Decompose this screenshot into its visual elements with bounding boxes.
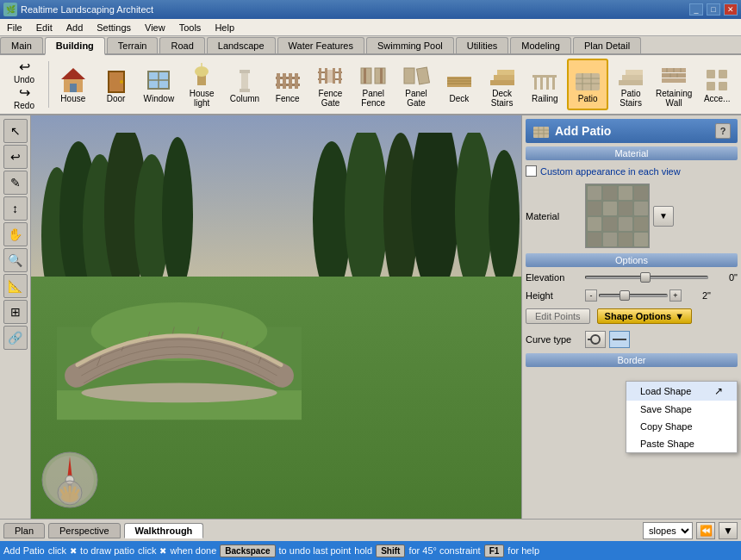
view-tab-walkthrough[interactable]: Walkthrough — [124, 523, 204, 538]
menu-edit[interactable]: Edit — [29, 21, 59, 34]
height-slider[interactable] — [599, 294, 668, 297]
app-icon: 🌿 — [3, 3, 17, 16]
ribbon-deck-stairs[interactable]: Deck Stairs — [482, 59, 523, 110]
shape-controls-row: Edit Points Shape Options ▼ — [526, 307, 738, 326]
resize-tool-button[interactable]: ↕ — [3, 196, 28, 221]
svg-rect-111 — [603, 186, 617, 200]
tab-utilities[interactable]: Utilities — [456, 37, 508, 53]
redo-button[interactable]: ↪ Redo — [3, 85, 45, 109]
door-icon — [103, 66, 130, 94]
tab-terrain[interactable]: Terrain — [107, 37, 159, 53]
retaining-wall-scene — [57, 226, 302, 467]
edit-tool-button[interactable]: ✎ — [3, 171, 28, 195]
menu-help[interactable]: Help — [208, 21, 241, 34]
pan-tool-button[interactable]: ✋ — [3, 222, 28, 246]
ribbon-patio[interactable]: Patio — [567, 59, 608, 110]
curve-type-button-1[interactable] — [585, 331, 606, 348]
minimize-button[interactable]: _ — [689, 3, 703, 16]
custom-appearance-checkbox[interactable] — [526, 165, 537, 177]
svg-rect-57 — [662, 73, 686, 78]
ribbon-retaining-wall[interactable]: Retaining Wall — [653, 59, 694, 110]
zoom-tool-button[interactable]: 🔍 — [3, 248, 28, 272]
material-section-header: Material — [526, 146, 738, 160]
menu-add[interactable]: Add — [59, 21, 90, 34]
menu-file[interactable]: File — [0, 21, 29, 34]
dropdown-item-copy-shape[interactable]: Copy Shape — [626, 418, 737, 435]
ribbon-window[interactable]: Window — [138, 59, 179, 110]
tab-road[interactable]: Road — [159, 37, 204, 53]
house-light-icon — [188, 61, 215, 89]
grid-tool-button[interactable]: ⊞ — [3, 300, 28, 324]
menu-settings[interactable]: Settings — [90, 21, 138, 34]
ribbon-house[interactable]: House — [53, 59, 94, 110]
svg-point-75 — [345, 133, 388, 296]
dropdown-item-load-shape[interactable]: Load Shape ↗ — [626, 382, 737, 401]
right-panel: Add Patio ? Material Custom appearance i… — [521, 115, 741, 519]
view-tab-perspective[interactable]: Perspective — [48, 523, 120, 538]
select-tool-button[interactable]: ↖ — [3, 119, 28, 143]
tab-landscape[interactable]: Landscape — [207, 37, 276, 53]
ribbon-fence-gate[interactable]: Fence Gate — [310, 59, 352, 110]
status-cursor-icon-2: ✖ — [159, 546, 166, 556]
svg-rect-124 — [619, 233, 632, 246]
svg-rect-25 — [319, 68, 321, 84]
shape-options-button[interactable]: Shape Options ▼ — [597, 308, 693, 324]
nav-button-1[interactable]: ⏪ — [696, 522, 715, 539]
help-button[interactable]: ? — [715, 123, 731, 139]
svg-rect-58 — [662, 78, 686, 83]
material-preview[interactable] — [585, 184, 650, 248]
ribbon-fence[interactable]: Fence — [267, 59, 308, 110]
left-toolbar: ↖ ↩ ✎ ↕ ✋ 🔍 📐 ⊞ 🔗 — [0, 115, 31, 519]
ribbon-panel-gate[interactable]: Panel Gate — [395, 59, 437, 110]
height-label: Height — [526, 290, 582, 301]
fence-gate-icon — [316, 61, 344, 89]
deck-stairs-icon — [489, 61, 516, 89]
ribbon-house-light[interactable]: House light — [181, 59, 222, 110]
slopes-dropdown[interactable]: slopes — [643, 522, 693, 539]
measure-tool-button[interactable]: 📐 — [3, 274, 28, 298]
ribbon-separator-1 — [48, 61, 49, 108]
ribbon-column[interactable]: Column — [224, 59, 265, 110]
ribbon-deck[interactable]: Deck — [439, 59, 480, 110]
snap-tool-button[interactable]: 🔗 — [3, 326, 28, 350]
elevation-slider[interactable] — [585, 276, 708, 279]
close-button[interactable]: ✕ — [724, 3, 738, 16]
height-decrease-button[interactable]: - — [585, 289, 597, 302]
material-dropdown-button[interactable]: ▼ — [653, 206, 674, 227]
backspace-key: Backspace — [220, 544, 275, 557]
view-tab-plan[interactable]: Plan — [3, 523, 45, 538]
curve-type-button-2[interactable] — [609, 331, 630, 348]
menu-view[interactable]: View — [138, 21, 172, 34]
tab-main[interactable]: Main — [0, 37, 43, 53]
edit-points-button[interactable]: Edit Points — [526, 308, 590, 324]
ribbon-panel-fence[interactable]: Panel Fence — [352, 59, 394, 110]
maximize-button[interactable]: □ — [707, 3, 720, 16]
svg-line-100 — [65, 488, 66, 493]
tab-building[interactable]: Building — [45, 37, 105, 55]
svg-rect-112 — [619, 186, 632, 200]
panel-fence-icon — [359, 61, 387, 89]
undo-button[interactable]: ↩ Undo — [3, 59, 45, 84]
svg-rect-19 — [289, 73, 292, 89]
ribbon-patio-stairs[interactable]: Patio Stairs — [610, 59, 651, 110]
svg-rect-118 — [588, 217, 601, 231]
viewport[interactable] — [31, 115, 521, 519]
ribbon-railing[interactable]: Railing — [525, 59, 566, 110]
menu-tools[interactable]: Tools — [172, 21, 209, 34]
tab-plan-detail[interactable]: Plan Detail — [573, 37, 641, 53]
nav-button-2[interactable]: ▼ — [719, 522, 738, 539]
ribbon-accessories[interactable]: Acce... — [696, 59, 738, 110]
undo-tool-button[interactable]: ↩ — [3, 145, 28, 169]
railing-icon — [531, 66, 558, 94]
svg-rect-67 — [719, 82, 727, 90]
height-increase-button[interactable]: + — [669, 289, 682, 302]
tab-modeling[interactable]: Modeling — [510, 37, 571, 53]
tab-water-features[interactable]: Water Features — [277, 37, 364, 53]
tab-bar: Main Building Terrain Road Landscape Wat… — [0, 36, 741, 55]
border-button[interactable]: Border — [526, 353, 738, 367]
tab-swimming-pool[interactable]: Swimming Pool — [366, 37, 454, 53]
dropdown-item-save-shape[interactable]: Save Shape — [626, 401, 737, 418]
ribbon-door[interactable]: Door — [96, 59, 137, 110]
material-label: Material — [526, 211, 582, 221]
dropdown-item-paste-shape[interactable]: Paste Shape — [626, 435, 737, 452]
